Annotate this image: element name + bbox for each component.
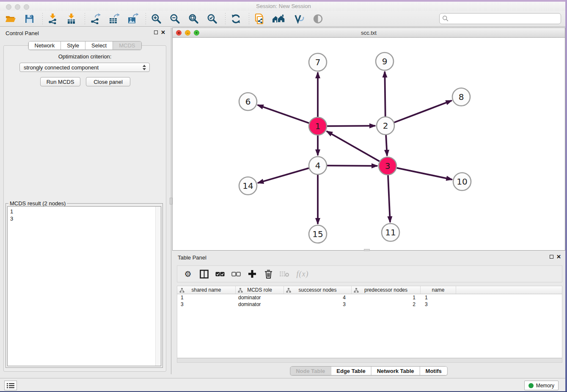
node-label-7: 7	[315, 57, 321, 67]
cell-predecessor-nodes[interactable]: 2	[352, 301, 421, 308]
mcds-result-title: MCDS result (2 nodes)	[8, 200, 67, 207]
run-mcds-button[interactable]: Run MCDS	[40, 77, 80, 86]
node-table[interactable]: shared nameMCDS rolesuccessor nodesprede…	[177, 286, 562, 358]
cell-name[interactable]: 3	[421, 301, 456, 308]
toolbar-separator	[146, 13, 146, 24]
close-panel-icon[interactable]: ✕	[161, 30, 165, 35]
memory-button[interactable]: Memory	[524, 381, 559, 390]
float-panel-icon[interactable]	[154, 30, 158, 34]
unselect-all-button[interactable]	[230, 268, 242, 280]
column-header-successor-nodes[interactable]: successor nodes	[284, 286, 352, 294]
task-history-button[interactable]	[4, 381, 17, 390]
table-body: 1dominator4113dominator323	[177, 294, 562, 308]
result-line: 3	[10, 215, 158, 222]
import-table-icon	[66, 13, 77, 24]
mcds-panel: Optimization criterion: strongly connect…	[3, 45, 166, 372]
cell-successor-nodes[interactable]: 4	[284, 294, 352, 301]
export-network-button[interactable]	[89, 12, 102, 25]
open-folder-icon	[5, 14, 16, 24]
import-network-button[interactable]	[47, 12, 59, 25]
search-box[interactable]	[439, 13, 561, 24]
show-graphics-details-button[interactable]	[293, 12, 306, 25]
cell-name[interactable]: 1	[421, 294, 456, 301]
tab-select[interactable]: Select	[85, 41, 113, 50]
network-window-titlebar[interactable]: ✕ – + scc.txt	[173, 28, 565, 38]
zoom-in-button[interactable]	[150, 12, 162, 25]
close-table-panel-icon[interactable]: ✕	[556, 254, 561, 259]
apply-layout-button[interactable]	[229, 12, 242, 25]
edge-1-2[interactable]	[327, 126, 375, 126]
tab-network-table[interactable]: Network Table	[371, 367, 420, 375]
delete-table-button[interactable]	[278, 268, 291, 280]
tab-mcds[interactable]: MCDS	[113, 41, 141, 50]
hide-selected-button[interactable]	[311, 12, 324, 25]
list-icon	[7, 383, 14, 389]
open-session-button[interactable]	[4, 12, 17, 25]
main-titlebar: Session: New Session	[0, 2, 567, 11]
cell-predecessor-nodes[interactable]: 1	[352, 294, 421, 301]
column-header-shared-name[interactable]: shared name	[177, 286, 236, 294]
create-column-button[interactable]	[246, 268, 259, 280]
zoom-out-button[interactable]	[168, 12, 181, 25]
zoom-selected-button[interactable]	[206, 12, 218, 25]
node-label-4: 4	[315, 160, 321, 171]
result-scrollbar[interactable]	[155, 207, 161, 366]
table-row[interactable]: 3dominator323	[177, 301, 562, 308]
first-neighbors-button[interactable]	[272, 12, 287, 25]
cell-mcds-role[interactable]: dominator	[236, 294, 284, 301]
table-settings-button[interactable]: ⚙	[182, 268, 194, 280]
edge-4-3[interactable]	[327, 166, 377, 166]
cell-mcds-role[interactable]: dominator	[236, 301, 284, 308]
edge-2-3[interactable]	[386, 135, 387, 156]
tab-edge-table[interactable]: Edge Table	[330, 367, 371, 375]
tab-style[interactable]: Style	[61, 41, 85, 50]
export-image-button[interactable]	[126, 12, 139, 25]
new-network-from-selection-button[interactable]	[253, 12, 266, 25]
table-tabs: Node TableEdge TableNetwork TableMotifs	[290, 366, 448, 375]
float-table-panel-icon[interactable]	[550, 255, 553, 259]
function-builder-button[interactable]: f(x)	[294, 268, 311, 280]
table-hscrollbar[interactable]	[177, 358, 562, 363]
columns-icon	[200, 270, 209, 279]
edge-1-6[interactable]	[258, 105, 309, 123]
toolbar-separator	[249, 13, 249, 24]
table-row[interactable]: 1dominator411	[177, 294, 562, 301]
cell-successor-nodes[interactable]: 3	[284, 301, 352, 308]
column-header-mcds-role[interactable]: MCDS role	[236, 286, 284, 294]
node-label-10: 10	[457, 177, 467, 187]
edge-3-10[interactable]	[397, 168, 452, 180]
node-label-11: 11	[385, 227, 396, 237]
import-network-icon	[47, 13, 58, 24]
zoom-fit-icon	[188, 14, 199, 24]
tab-node-table[interactable]: Node Table	[290, 367, 330, 375]
zoom-fit-button[interactable]	[187, 12, 200, 25]
tab-motifs[interactable]: Motifs	[420, 367, 447, 375]
delete-columns-button[interactable]	[262, 268, 275, 280]
column-label: name	[432, 287, 444, 293]
mcds-result-list[interactable]: 13	[7, 206, 161, 366]
search-input[interactable]	[449, 16, 558, 22]
tab-network[interactable]: Network	[28, 41, 61, 50]
close-panel-button[interactable]: Close panel	[86, 77, 130, 86]
network-canvas-svg[interactable]: 1234678910111415	[173, 38, 565, 250]
edge-3-11[interactable]	[388, 175, 390, 222]
select-all-button[interactable]	[214, 268, 226, 280]
edge-4-14[interactable]	[258, 168, 309, 183]
node-label-14: 14	[242, 181, 253, 191]
cell-shared-name[interactable]: 3	[177, 301, 236, 308]
column-header-predecessor-nodes[interactable]: predecessor nodes	[352, 286, 421, 294]
column-header-name[interactable]: name	[421, 286, 456, 294]
column-label: predecessor nodes	[364, 287, 407, 293]
import-table-button[interactable]	[65, 12, 78, 25]
edge-3-1[interactable]	[327, 131, 380, 161]
cell-shared-name[interactable]: 1	[177, 294, 236, 301]
edge-2-8[interactable]	[394, 101, 452, 123]
show-columns-button[interactable]	[198, 268, 210, 280]
save-session-button[interactable]	[23, 12, 36, 25]
network-title: scc.txt	[173, 30, 565, 36]
export-table-button[interactable]	[107, 12, 120, 25]
edge-2-9[interactable]	[385, 72, 385, 116]
criterion-dropdown[interactable]: strongly connected component	[19, 63, 150, 72]
control-panel-header: Control Panel ✕	[0, 28, 170, 39]
network-splitter-grip[interactable]	[364, 249, 370, 251]
